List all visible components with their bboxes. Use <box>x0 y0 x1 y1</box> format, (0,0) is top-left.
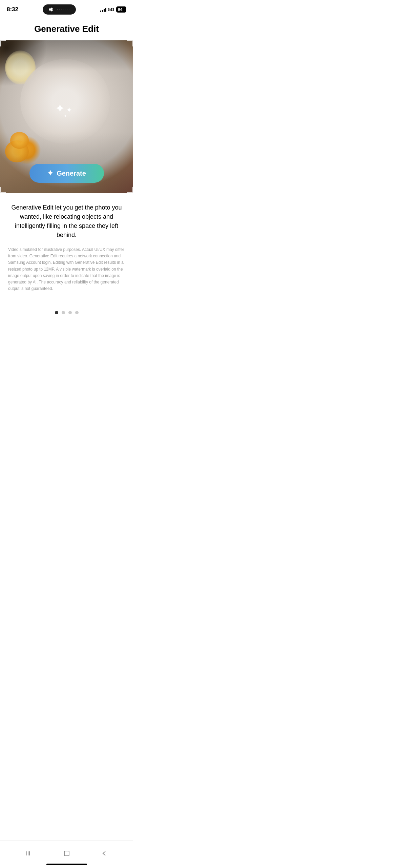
battery-level: 94 <box>118 7 122 12</box>
battery-indicator: 94 <box>116 6 126 13</box>
corner-marker-br <box>127 187 133 193</box>
generate-label: Generate <box>57 170 86 177</box>
dots-indicator: ······· <box>57 8 70 12</box>
svg-marker-0 <box>49 7 52 12</box>
corner-marker-bl <box>0 187 6 193</box>
generate-sparkle-icon: ✦ <box>47 169 53 178</box>
status-center: ······· <box>43 4 76 15</box>
status-time: 8:32 <box>7 6 18 13</box>
network-type: 5G <box>108 7 114 12</box>
generate-button[interactable]: ✦ Generate <box>29 164 104 183</box>
corner-marker-tr <box>127 40 133 46</box>
pagination-dot-1[interactable] <box>62 311 65 314</box>
pagination-dots <box>0 297 133 321</box>
pagination-dot-2[interactable] <box>68 311 72 314</box>
status-indicators: 5G 94 <box>100 6 126 13</box>
page-title: Generative Edit <box>0 17 133 40</box>
pagination-dot-0[interactable] <box>55 311 58 314</box>
description-main: Generative Edit let you get the photo yo… <box>8 203 125 240</box>
description-section: Generative Edit let you get the photo yo… <box>0 193 133 297</box>
status-bar: 8:32 ······· 5G 94 <box>0 0 133 17</box>
image-preview: ✦ ✦ ✦ ✦ Generate <box>0 40 133 193</box>
pagination-dot-3[interactable] <box>75 311 79 314</box>
signal-bars <box>100 7 106 12</box>
generate-button-wrapper: ✦ Generate <box>29 164 104 183</box>
description-fine: Video simulated for illustrative purpose… <box>8 246 125 292</box>
corner-marker-tl <box>0 40 6 46</box>
speaker-icon <box>48 6 54 13</box>
